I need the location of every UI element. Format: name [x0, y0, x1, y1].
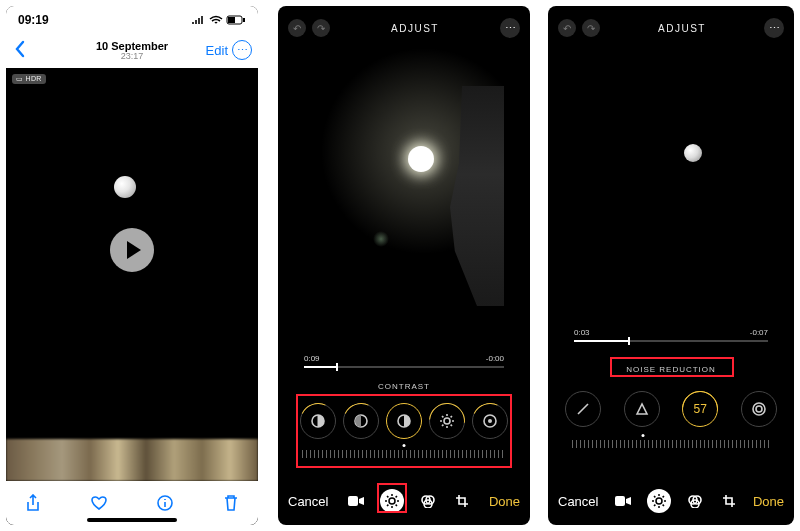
play-icon: [127, 241, 141, 259]
svg-point-16: [756, 406, 762, 412]
undo-button[interactable]: ↶: [558, 19, 576, 37]
noise-reduction-value: 57: [694, 402, 707, 416]
more-button[interactable]: ⋯: [232, 40, 252, 60]
time-current: 0:03: [574, 328, 590, 337]
editor-mode-tabs: [346, 489, 472, 513]
editor-contrast-screen: ↶ ↷ ADJUST ⋯ 0:09 -0:00 CONTRAST: [278, 6, 530, 525]
editor-canvas[interactable]: [304, 46, 504, 346]
editor-more-button[interactable]: ⋯: [764, 18, 784, 38]
editor-topbar: ↶ ↷ ADJUST ⋯: [548, 16, 794, 40]
adjustment-slider[interactable]: [572, 434, 770, 452]
editor-more-button[interactable]: ⋯: [500, 18, 520, 38]
photo-time: 23:17: [96, 52, 168, 62]
editor-title: ADJUST: [658, 23, 706, 34]
cancel-button[interactable]: Cancel: [288, 494, 328, 509]
mode-crop[interactable]: [719, 491, 739, 511]
svg-point-15: [753, 403, 765, 415]
edit-button[interactable]: Edit: [206, 43, 228, 58]
lens-flare: [373, 231, 389, 247]
mode-crop[interactable]: [452, 491, 472, 511]
svg-rect-10: [348, 496, 358, 506]
delete-button[interactable]: [222, 494, 240, 512]
adjustment-name: CONTRAST: [278, 382, 530, 391]
clock: 09:19: [18, 13, 49, 27]
media-viewport[interactable]: ▭ HDR: [6, 68, 258, 525]
status-bar: 09:19: [6, 6, 258, 34]
mode-video[interactable]: [613, 491, 633, 511]
time-current: 0:09: [304, 354, 320, 363]
moon-image: [114, 176, 136, 198]
dial-definition[interactable]: [624, 391, 660, 427]
undo-button[interactable]: ↶: [288, 19, 306, 37]
hdr-badge: ▭ HDR: [12, 74, 46, 84]
mode-adjust[interactable]: [647, 489, 671, 513]
highlight-annotation-mode: [377, 483, 407, 513]
editor-noise-reduction-screen: ↶ ↷ ADJUST ⋯ 0:03 -0:07 NOISE REDUCTION …: [548, 6, 794, 525]
svg-point-18: [656, 498, 662, 504]
share-button[interactable]: [24, 494, 42, 512]
cloud-graphic: [444, 86, 504, 306]
editor-topbar: ↶ ↷ ADJUST ⋯: [278, 16, 530, 40]
editor-bottombar: Cancel Done: [548, 477, 794, 525]
dial-vignette[interactable]: [741, 391, 777, 427]
video-scrubber[interactable]: 0:09 -0:00: [304, 354, 504, 372]
dial-noise-reduction[interactable]: 57: [682, 391, 718, 427]
photos-viewer-screen: 09:19 10 September 23:17 Edit ⋯ ▭ HDR: [6, 6, 258, 525]
signal-icon: [192, 15, 206, 25]
svg-rect-1: [228, 17, 235, 23]
editor-title: ADJUST: [391, 23, 439, 34]
editor-mode-tabs: [613, 489, 739, 513]
favorite-button[interactable]: [90, 494, 108, 512]
dial-sharpness[interactable]: [565, 391, 601, 427]
video-scrubber[interactable]: 0:03 -0:07: [574, 328, 768, 346]
time-remaining: -0:00: [486, 354, 504, 363]
moon-graphic: [684, 144, 702, 162]
moon-graphic: [408, 146, 434, 172]
info-button[interactable]: [156, 494, 174, 512]
play-button[interactable]: [110, 228, 154, 272]
adjustment-dials: 57: [554, 386, 788, 432]
battery-icon: [226, 15, 246, 25]
nav-header: 10 September 23:17 Edit ⋯: [6, 34, 258, 68]
mode-filters[interactable]: [685, 491, 705, 511]
redo-button[interactable]: ↷: [312, 19, 330, 37]
done-button[interactable]: Done: [489, 494, 520, 509]
cancel-button[interactable]: Cancel: [558, 494, 598, 509]
editor-canvas[interactable]: [574, 46, 768, 316]
home-indicator[interactable]: [87, 518, 177, 522]
mode-video[interactable]: [346, 491, 366, 511]
svg-rect-17: [615, 496, 625, 506]
mode-filters[interactable]: [418, 491, 438, 511]
redo-button[interactable]: ↷: [582, 19, 600, 37]
highlight-annotation-panel: [296, 394, 512, 468]
status-icons: [192, 15, 246, 25]
back-button[interactable]: [14, 40, 26, 63]
title-date: 10 September 23:17: [96, 40, 168, 62]
svg-rect-2: [243, 18, 245, 22]
time-remaining: -0:07: [750, 328, 768, 337]
done-button[interactable]: Done: [753, 494, 784, 509]
highlight-annotation-label: [610, 357, 734, 377]
wifi-icon: [209, 15, 223, 25]
thumbnail-strip[interactable]: [6, 439, 258, 481]
